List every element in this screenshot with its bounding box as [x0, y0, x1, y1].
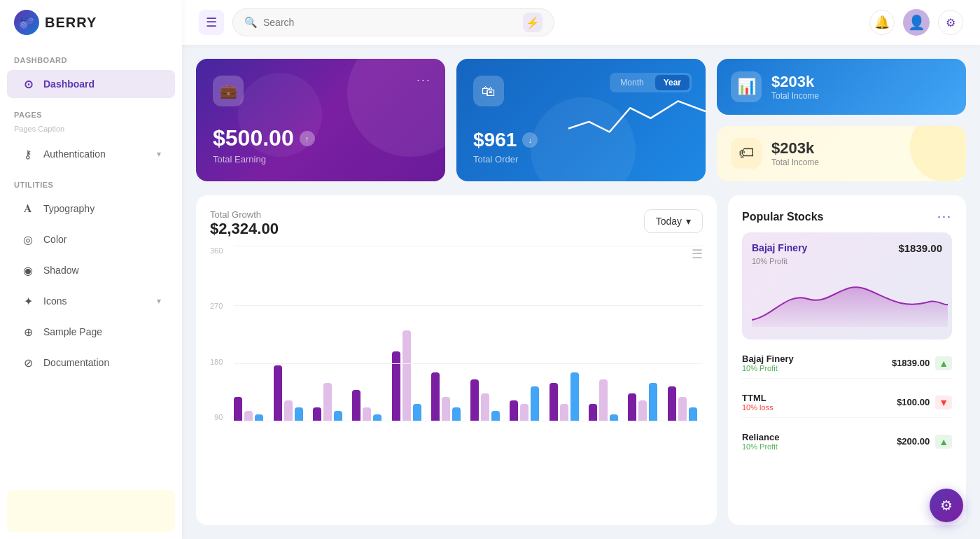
sidebar-item-typography[interactable]: 𝐀 Typography	[7, 195, 175, 223]
featured-stock-price: $1839.00	[898, 242, 942, 254]
sidebar-item-label: Shadow	[43, 265, 79, 276]
sidebar-item-label: Icons	[43, 295, 66, 307]
main-area: ☰ 🔍 ⚡ 🔔 👤 ⚙ 💼 ···	[182, 0, 980, 539]
sidebar-item-color[interactable]: ◎ Color	[7, 225, 175, 253]
trend-up-icon: ↑	[300, 131, 315, 146]
card-total-earning: 💼 ··· $500.00 ↑ Total Earning	[196, 59, 445, 181]
bar-purple	[431, 372, 440, 421]
income-blue-label: Total Income	[771, 91, 819, 101]
stock-row-reliance: Reliance 10% Profit $200.00 ▲	[742, 426, 952, 456]
bar-group	[234, 397, 269, 421]
header: ☰ 🔍 ⚡ 🔔 👤 ⚙	[182, 0, 980, 45]
stocks-card: Popular Stocks ··· Bajaj Finery $1839.00…	[728, 195, 966, 525]
cards-row: 💼 ··· $500.00 ↑ Total Earning 🛍 Month Ye…	[196, 59, 966, 181]
bar-light	[442, 397, 450, 421]
stock-row-info: Bajaj Finery 10% Profit	[742, 354, 794, 372]
gridline	[234, 305, 703, 306]
stock-profit: 10% Profit	[742, 364, 794, 372]
chevron-down-icon: ▾	[157, 296, 161, 306]
icons-icon: ✦	[21, 294, 35, 308]
bar-light	[402, 330, 411, 421]
sidebar-item-documentation[interactable]: ⊘ Documentation	[7, 349, 175, 377]
gear-icon: ⚙	[946, 16, 955, 29]
notification-button[interactable]: 🔔	[869, 10, 895, 35]
income-blue-icon: 📊	[731, 71, 762, 102]
period-label: Today	[656, 216, 682, 227]
card-total-order: 🛍 Month Year $961 ↓ Total Order	[456, 59, 706, 181]
bar-blue	[452, 407, 461, 421]
stock-row-right: $1839.00 ▲	[892, 356, 952, 370]
bar-light	[638, 400, 647, 421]
bar-group	[431, 372, 466, 421]
bar-purple	[313, 407, 321, 421]
bar-group	[510, 386, 545, 421]
color-icon: ◎	[21, 232, 35, 246]
card-income-yellow: 🏷 $203k Total Income	[717, 126, 966, 182]
hamburger-button[interactable]: ☰	[199, 10, 224, 35]
stock-profit: 10% Profit	[742, 442, 779, 451]
bar-purple	[668, 386, 676, 421]
income-blue-info: $203k Total Income	[771, 73, 819, 101]
stock-price: $100.00	[897, 397, 930, 407]
chart-y-labels: 360 270 180 90	[210, 246, 223, 421]
bar-group	[352, 390, 387, 421]
gridline	[234, 421, 703, 421]
growth-chart-card: Total Growth $2,324.00 Today ▾ ☰ 360 270	[196, 195, 717, 525]
sidebar-item-label: Sample Page	[43, 326, 102, 337]
chevron-down-icon: ▾	[686, 216, 691, 227]
growth-title-group: Total Growth $2,324.00	[210, 209, 279, 238]
bar-light	[481, 393, 489, 421]
earning-label: Total Earning	[213, 154, 428, 164]
featured-stock-sparkline	[752, 271, 948, 327]
bar-chart: 360 270 180 90	[210, 246, 703, 421]
sidebar-item-label: Dashboard	[43, 78, 94, 90]
sidebar-item-authentication[interactable]: ⚷ Authentication ▾	[7, 140, 175, 168]
fab-button[interactable]: ⚙	[930, 489, 963, 522]
dashboard-section-label: Dashboard	[0, 45, 182, 69]
bar-blue	[491, 411, 500, 421]
stock-price: $1839.00	[892, 358, 930, 368]
bar-group	[550, 372, 584, 421]
settings-button[interactable]: ⚙	[938, 10, 963, 35]
avatar[interactable]: 👤	[903, 9, 930, 36]
sidebar-item-sample-page[interactable]: ⊕ Sample Page	[7, 318, 175, 346]
bar-blue	[531, 386, 539, 421]
featured-stock: Bajaj Finery $1839.00 10% Profit	[742, 232, 952, 340]
filter-icon[interactable]: ⚡	[523, 13, 542, 32]
stock-row-info: Reliance 10% Profit	[742, 432, 779, 451]
stock-name: Bajaj Finery	[742, 354, 794, 364]
bar-purple	[628, 393, 636, 421]
stock-price: $200.00	[897, 436, 930, 447]
bar-group	[628, 383, 663, 421]
sidebar-item-shadow[interactable]: ◉ Shadow	[7, 256, 175, 284]
typography-icon: 𝐀	[21, 202, 35, 216]
bar-light	[678, 397, 687, 421]
content-area: 💼 ··· $500.00 ↑ Total Earning 🛍 Month Ye…	[182, 45, 980, 539]
order-card-icon: 🛍	[473, 76, 504, 106]
earning-card-menu[interactable]: ···	[416, 73, 431, 88]
income-yellow-label: Total Income	[771, 158, 819, 167]
pages-section-label: Pages	[0, 99, 182, 123]
card-income-blue: 📊 $203k Total Income	[717, 59, 966, 115]
stock-row-bajaj: Bajaj Finery 10% Profit $1839.00 ▲	[742, 348, 952, 379]
sidebar-item-dashboard[interactable]: ⊙ Dashboard	[7, 70, 175, 98]
avatar-icon: 👤	[908, 14, 925, 31]
hamburger-icon: ☰	[206, 15, 217, 30]
search-icon: 🔍	[244, 16, 258, 29]
logo-icon: 🫐	[14, 10, 39, 35]
search-input[interactable]	[263, 17, 517, 28]
trend-down-badge: ▼	[935, 396, 952, 410]
sample-page-icon: ⊕	[21, 325, 35, 339]
bottom-row: Total Growth $2,324.00 Today ▾ ☰ 360 270	[196, 195, 966, 525]
stocks-menu[interactable]: ···	[937, 209, 952, 224]
bar-group	[668, 386, 703, 421]
bar-purple	[550, 383, 558, 421]
stock-name: TTML	[742, 393, 774, 403]
sidebar-item-label: Typography	[43, 203, 94, 214]
period-select-button[interactable]: Today ▾	[644, 209, 703, 233]
order-sparkline	[568, 87, 706, 143]
earning-amount: $500.00 ↑	[213, 125, 428, 151]
sidebar-item-icons[interactable]: ✦ Icons ▾	[7, 287, 175, 315]
bar-light	[363, 407, 371, 421]
bar-purple	[589, 404, 597, 421]
